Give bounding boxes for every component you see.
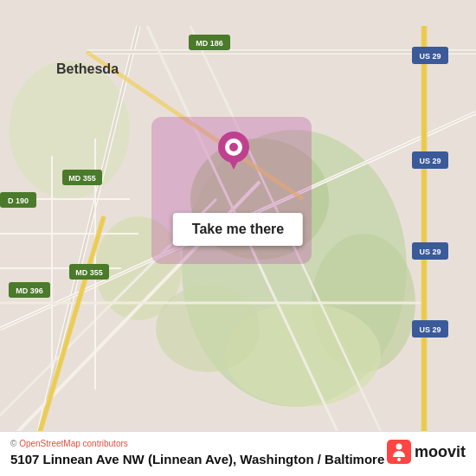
moovit-badge: moovit — [387, 440, 466, 464]
svg-text:MD 186: MD 186 — [196, 39, 223, 48]
svg-text:D 190: D 190 — [8, 196, 29, 205]
svg-marker-54 — [227, 156, 241, 170]
info-bar: © OpenStreetMap contributors 5107 Linnea… — [0, 431, 476, 477]
location-pin — [218, 132, 249, 173]
svg-text:US 29: US 29 — [419, 52, 441, 61]
svg-text:MD 396: MD 396 — [16, 286, 43, 295]
svg-text:Bethesda: Bethesda — [56, 61, 119, 76]
svg-point-56 — [396, 444, 402, 450]
svg-text:US 29: US 29 — [419, 157, 441, 165]
svg-point-53 — [229, 143, 238, 151]
svg-point-7 — [156, 286, 260, 372]
copyright-symbol: © — [10, 439, 16, 448]
openstreetmap-link[interactable]: OpenStreetMap contributors — [19, 439, 128, 448]
svg-text:MD 355: MD 355 — [68, 174, 96, 183]
svg-text:MD 355: MD 355 — [75, 268, 103, 277]
take-me-there-button[interactable]: Take me there — [173, 213, 303, 246]
moovit-logo-text: moovit — [415, 443, 466, 461]
svg-text:US 29: US 29 — [419, 248, 441, 256]
moovit-icon — [387, 440, 411, 464]
svg-text:US 29: US 29 — [419, 325, 441, 334]
map-container: MD 186 US 29 US 29 US 29 US 29 MD 355 MD… — [0, 0, 476, 476]
